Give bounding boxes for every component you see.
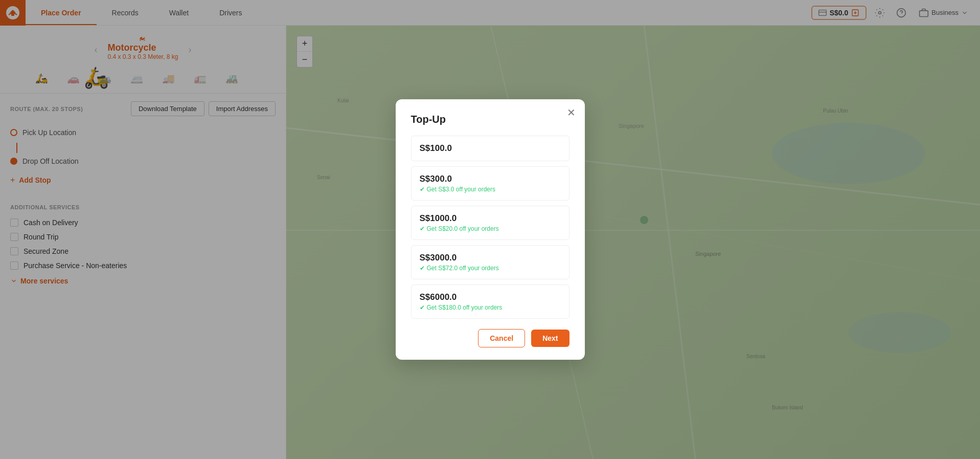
topup-amount-3000: S$3000.0: [420, 253, 561, 263]
discount-check-icon: ✔: [420, 225, 425, 232]
topup-option-300[interactable]: S$300.0 ✔ Get S$3.0 off your orders: [411, 166, 569, 201]
topup-discount-3000: ✔ Get S$72.0 off your orders: [420, 265, 561, 272]
topup-amount-6000: S$6000.0: [420, 292, 561, 302]
modal-overlay: ✕ Top-Up S$100.0 S$300.0 ✔ Get S$3.0 off…: [0, 0, 980, 459]
topup-option-100[interactable]: S$100.0: [411, 136, 569, 161]
topup-discount-300: ✔ Get S$3.0 off your orders: [420, 186, 561, 193]
topup-amount-300: S$300.0: [420, 174, 561, 184]
topup-discount-6000: ✔ Get S$180.0 off your orders: [420, 304, 561, 311]
topup-option-1000[interactable]: S$1000.0 ✔ Get S$20.0 off your orders: [411, 206, 569, 240]
next-button[interactable]: Next: [531, 330, 569, 347]
topup-option-6000[interactable]: S$6000.0 ✔ Get S$180.0 off your orders: [411, 285, 569, 319]
topup-modal: ✕ Top-Up S$100.0 S$300.0 ✔ Get S$3.0 off…: [396, 99, 585, 360]
discount-check-icon: ✔: [420, 186, 425, 193]
topup-discount-1000: ✔ Get S$20.0 off your orders: [420, 225, 561, 232]
topup-amount-1000: S$1000.0: [420, 213, 561, 224]
modal-footer: Cancel Next: [411, 329, 569, 347]
discount-check-icon: ✔: [420, 265, 425, 272]
modal-title: Top-Up: [411, 114, 569, 125]
cancel-button[interactable]: Cancel: [478, 329, 525, 347]
topup-amount-100: S$100.0: [420, 143, 561, 154]
discount-check-icon: ✔: [420, 304, 425, 311]
topup-option-3000[interactable]: S$3000.0 ✔ Get S$72.0 off your orders: [411, 245, 569, 279]
modal-close-button[interactable]: ✕: [567, 107, 576, 118]
